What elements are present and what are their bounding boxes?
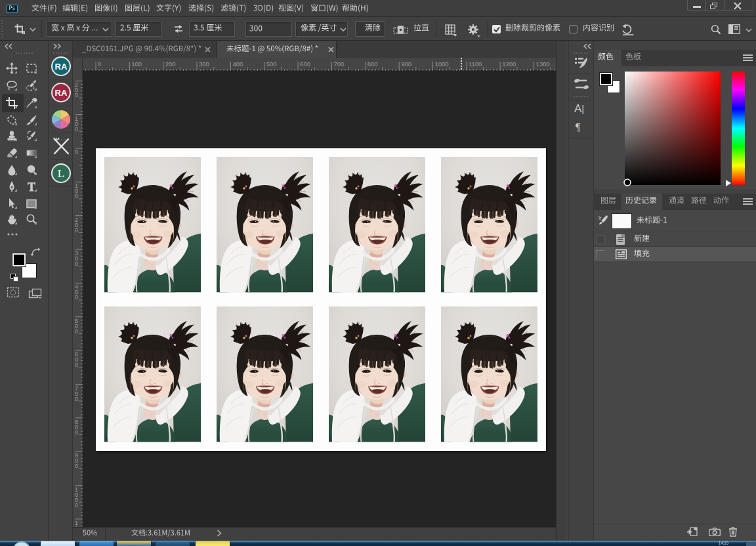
svg-text:0: 0 xyxy=(75,126,78,133)
svg-text:0: 0 xyxy=(75,92,78,98)
svg-text:1300: 1300 xyxy=(536,60,550,68)
svg-text:0: 0 xyxy=(75,396,78,402)
svg-text:700: 700 xyxy=(334,60,345,68)
svg-text:0: 0 xyxy=(75,328,78,335)
svg-text:800: 800 xyxy=(368,60,378,68)
svg-text:200: 200 xyxy=(165,60,176,68)
svg-text:L: L xyxy=(58,167,64,180)
svg-text:0: 0 xyxy=(75,149,78,156)
svg-text:100: 100 xyxy=(131,60,142,68)
svg-text:0: 0 xyxy=(75,193,78,200)
svg-text:0: 0 xyxy=(75,429,78,436)
svg-text:RA: RA xyxy=(55,62,68,72)
svg-text:0: 0 xyxy=(75,502,78,509)
svg-text:0: 0 xyxy=(75,261,78,267)
svg-text:0: 0 xyxy=(75,362,78,368)
svg-text:0: 0 xyxy=(98,60,101,68)
svg-text:RA: RA xyxy=(55,88,68,98)
svg-text:300: 300 xyxy=(199,60,209,68)
svg-text:600: 600 xyxy=(300,60,310,68)
svg-text:500: 500 xyxy=(266,60,277,68)
svg-text:1200: 1200 xyxy=(502,60,516,68)
svg-text:400: 400 xyxy=(232,60,243,68)
svg-text:0: 0 xyxy=(75,294,78,301)
svg-text:1000: 1000 xyxy=(435,60,449,68)
svg-text:1100: 1100 xyxy=(469,60,482,68)
svg-text:0: 0 xyxy=(75,227,78,234)
svg-text:900: 900 xyxy=(401,60,411,68)
svg-text:0: 0 xyxy=(75,463,78,469)
